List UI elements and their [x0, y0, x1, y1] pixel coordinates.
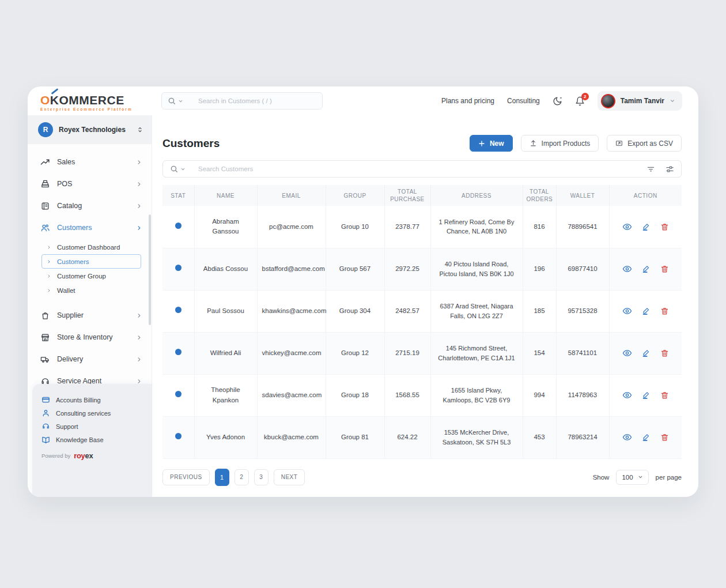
delete-icon[interactable]	[660, 265, 669, 273]
delete-icon[interactable]	[660, 223, 669, 231]
sidebar-item-store-inventory[interactable]: Store & Inventory	[28, 326, 152, 348]
view-icon[interactable]	[622, 264, 632, 274]
cell-name: Theophile Kpankon	[194, 374, 257, 416]
edit-icon[interactable]	[642, 223, 651, 231]
catalog-icon	[40, 201, 50, 211]
sidebar-item-label: Delivery	[57, 355, 129, 363]
view-icon[interactable]	[622, 348, 632, 358]
cell-total-orders: 185	[523, 290, 556, 332]
sidebar-item-delivery[interactable]: Delivery	[28, 348, 152, 370]
footer-item-consulting-services[interactable]: Consulting services	[41, 406, 152, 420]
cell-email: khawkins@acme.com	[257, 290, 326, 332]
pagination-page-2[interactable]: 2	[235, 469, 249, 485]
royex-logo: royex	[74, 451, 93, 460]
edit-icon[interactable]	[642, 265, 651, 273]
column-settings-icon[interactable]	[666, 165, 674, 174]
consulting-link[interactable]: Consulting	[507, 97, 540, 105]
col-header-total-purchase: TOTAL PURCHASE	[384, 185, 430, 206]
col-header-name: NAME	[194, 185, 257, 206]
cell-total-purchase: 2715.19	[384, 332, 430, 374]
global-search-input[interactable]	[198, 97, 316, 104]
col-header-group: GROUP	[326, 185, 384, 206]
cell-address: 40 Pictou Island Road, Pictou Island, NS…	[430, 248, 523, 290]
delete-icon[interactable]	[660, 391, 669, 399]
cell-email: sdavies@acme.com	[257, 374, 326, 416]
edit-icon[interactable]	[642, 349, 651, 357]
cell-wallet: 78896541	[556, 206, 609, 248]
chevron-right-icon	[136, 225, 142, 231]
pagination: PREVIOUS 1 2 3 NEXT Show 100 per page	[162, 469, 682, 486]
cell-wallet: 69877410	[556, 248, 609, 290]
pagination-next[interactable]: NEXT	[274, 469, 305, 485]
edit-icon[interactable]	[642, 391, 651, 399]
chevron-right-icon	[136, 356, 142, 363]
view-icon[interactable]	[622, 306, 632, 316]
view-icon[interactable]	[622, 432, 632, 442]
unfold-icon	[137, 126, 143, 134]
sidebar-item-pos[interactable]: POS	[28, 173, 152, 195]
chevron-down-icon	[670, 98, 675, 104]
sidebar-subitem-customer-group[interactable]: Customer Group	[41, 269, 141, 283]
filter-icon[interactable]	[646, 165, 655, 174]
view-icon[interactable]	[622, 222, 632, 232]
sidebar-item-label: Catalog	[57, 202, 129, 210]
chevron-right-icon	[136, 378, 142, 385]
workspace-selector[interactable]: R Royex Technologies	[28, 115, 152, 144]
header-right: Plans and pricing Consulting 2 Tamim Tan…	[441, 91, 698, 111]
chevron-down-icon[interactable]	[178, 99, 183, 104]
sidebar-item-catalog[interactable]: Catalog	[28, 195, 152, 217]
notifications-icon[interactable]: 2	[575, 96, 585, 106]
delete-icon[interactable]	[660, 349, 669, 357]
chevron-down-icon[interactable]	[180, 167, 186, 172]
cell-address: 1 Refinery Road, Come By Chance, NL A0B …	[430, 206, 523, 248]
sidebar-item-customers[interactable]: Customers	[28, 217, 152, 239]
footer-item-label: Accounts Billing	[56, 397, 101, 404]
edit-icon[interactable]	[642, 307, 651, 315]
user-menu[interactable]: Tamim Tanvir	[598, 91, 682, 111]
footer-item-support[interactable]: Support	[41, 420, 152, 433]
logo-text: OKOMMERCE	[40, 94, 152, 106]
dark-mode-icon[interactable]	[553, 96, 562, 106]
footer-item-label: Support	[56, 423, 78, 430]
sidebar-item-label: Supplier	[57, 311, 129, 319]
plans-pricing-link[interactable]: Plans and pricing	[441, 97, 494, 105]
cell-address: 6387 Arad Street, Niagara Falls, ON L2G …	[430, 290, 523, 332]
global-search[interactable]	[161, 92, 323, 110]
delivery-icon	[40, 355, 50, 364]
footer-item-knowledge-base[interactable]: Knowledge Base	[41, 433, 152, 446]
import-products-button[interactable]: Import Products	[521, 135, 599, 152]
table-search[interactable]	[162, 160, 682, 178]
status-dot	[175, 265, 181, 271]
cell-name: Yves Adonon	[194, 416, 257, 458]
table-row: Yves Adonon kbuck@acme.com Group 81 624.…	[162, 416, 682, 458]
chevron-right-icon	[47, 288, 51, 293]
sidebar-subitem-wallet[interactable]: Wallet	[41, 283, 141, 297]
cell-total-orders: 154	[523, 332, 556, 374]
sidebar-subitem-customer-dashboard[interactable]: Customer Dashboard	[41, 240, 141, 254]
table-search-input[interactable]	[198, 165, 644, 172]
pagination-page-1[interactable]: 1	[215, 469, 229, 486]
search-icon	[170, 165, 178, 173]
edit-icon[interactable]	[642, 433, 651, 442]
new-button[interactable]: New	[470, 135, 513, 152]
footer-item-accounts-billing[interactable]: Accounts Billing	[41, 393, 152, 406]
export-csv-button[interactable]: Export as CSV	[607, 135, 682, 152]
cell-wallet: 95715328	[556, 290, 609, 332]
pagination-page-3[interactable]: 3	[254, 469, 269, 485]
view-icon[interactable]	[622, 390, 632, 400]
per-page-select[interactable]: 100	[616, 470, 648, 485]
chevron-right-icon	[136, 334, 142, 341]
sidebar-subitem-customers[interactable]: Customers	[41, 254, 141, 269]
store-icon	[40, 333, 50, 342]
col-header-wallet: WALLET	[556, 185, 609, 206]
cell-email: kbuck@acme.com	[257, 416, 326, 458]
cell-name: Wilfried Ali	[194, 332, 257, 374]
avatar	[601, 94, 615, 108]
delete-icon[interactable]	[660, 433, 669, 442]
sidebar-item-sales[interactable]: Sales	[28, 151, 152, 173]
sidebar-item-supplier[interactable]: Supplier	[28, 304, 152, 326]
sidebar-item-label: Store & Inventory	[57, 333, 129, 341]
pagination-previous[interactable]: PREVIOUS	[162, 469, 210, 485]
delete-icon[interactable]	[660, 307, 669, 315]
sidebar-scrollbar[interactable]	[149, 214, 151, 325]
